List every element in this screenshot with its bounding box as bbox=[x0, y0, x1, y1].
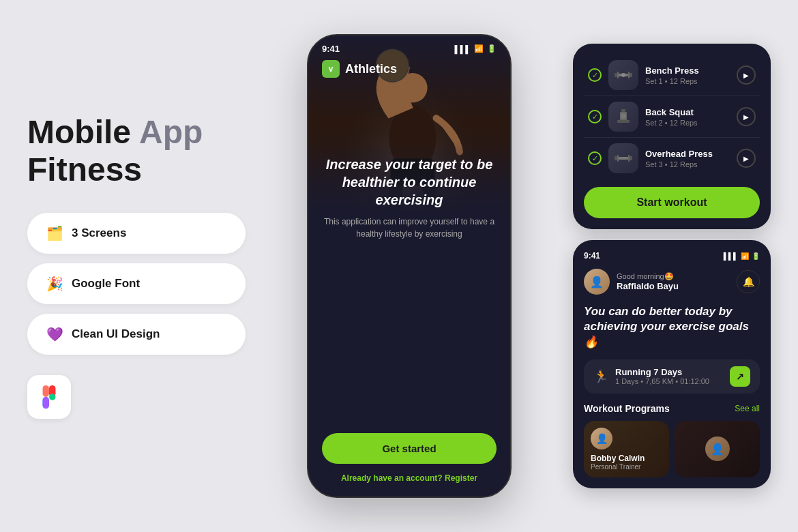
motivational-text: You can do better today by achieving you… bbox=[584, 304, 760, 349]
running-icon: 🏃 bbox=[593, 369, 608, 384]
svg-rect-18 bbox=[630, 73, 632, 77]
dash-signal-icon: ▌▌▌ bbox=[724, 252, 738, 260]
design-emoji: 💜 bbox=[46, 326, 63, 342]
phone-status-icons: ▌▌▌ 📶 🔋 bbox=[455, 44, 497, 53]
font-emoji: 🎉 bbox=[46, 276, 63, 292]
svg-rect-20 bbox=[621, 109, 625, 112]
check-icon-1: ✓ bbox=[588, 68, 602, 82]
trainer-row: 👤 Bobby Calwin Personal Trainer 👤 bbox=[584, 421, 760, 477]
phone-content-overlay: Increase your target to be healthier to … bbox=[308, 142, 510, 322]
login-text: Already have an account? Register bbox=[322, 473, 497, 483]
app-logo: v bbox=[322, 60, 340, 78]
wifi-icon: 📶 bbox=[474, 44, 484, 53]
dash-status-icons: ▌▌▌ 📶 🔋 bbox=[724, 252, 760, 260]
trainer-name: Bobby Calwin bbox=[591, 454, 662, 463]
running-meta: 1 Days • 7,65 KM • 01:12:00 bbox=[615, 377, 723, 385]
workout-meta-3: Set 3 • 12 Reps bbox=[645, 160, 730, 168]
svg-rect-15 bbox=[617, 72, 619, 78]
dash-battery-icon: 🔋 bbox=[752, 252, 760, 260]
hero-subtitle: This application can improve yourself to… bbox=[322, 216, 497, 240]
user-row: 👤 Good morning🤩 Raffialdo Bayu 🔔 bbox=[584, 269, 760, 295]
play-btn-3[interactable]: ▶ bbox=[737, 149, 756, 168]
play-btn-1[interactable]: ▶ bbox=[737, 65, 756, 85]
app-name: Athletics bbox=[345, 62, 397, 76]
title-fitness: Fitness bbox=[27, 151, 246, 188]
workout-info-2: Back Squat Set 2 • 12 Reps bbox=[645, 107, 730, 127]
play-btn-2[interactable]: ▶ bbox=[737, 107, 756, 126]
phone-time: 9:41 bbox=[322, 44, 340, 54]
svg-rect-4 bbox=[43, 397, 49, 409]
svg-rect-22 bbox=[617, 120, 630, 123]
trainer-card: 👤 Bobby Calwin Personal Trainer bbox=[584, 421, 669, 477]
workout-meta-1: Set 1 • 12 Reps bbox=[645, 77, 730, 85]
trainer-card-2: 👤 bbox=[675, 421, 760, 477]
register-link[interactable]: Register bbox=[445, 473, 477, 483]
svg-rect-28 bbox=[630, 156, 632, 160]
check-icon-3: ✓ bbox=[588, 151, 602, 165]
trainer-avatar-2: 👤 bbox=[705, 437, 730, 461]
see-all-link[interactable]: See all bbox=[735, 404, 760, 413]
notification-button[interactable]: 🔔 bbox=[737, 270, 760, 293]
svg-point-23 bbox=[621, 113, 626, 119]
check-icon-2: ✓ bbox=[588, 110, 602, 123]
battery-icon: 🔋 bbox=[487, 44, 497, 53]
user-avatar: 👤 bbox=[584, 269, 610, 295]
svg-rect-17 bbox=[628, 72, 630, 78]
running-title: Running 7 Days bbox=[615, 367, 723, 377]
workout-list: ✓ Bench Press S bbox=[584, 55, 760, 179]
feature-screens: 🗂️ 3 Screens bbox=[27, 213, 246, 254]
workout-info-1: Bench Press Set 1 • 12 Reps bbox=[645, 65, 730, 85]
feature-cards: 🗂️ 3 Screens 🎉 Google Font 💜 Clean UI De… bbox=[27, 213, 246, 355]
workout-item-1: ✓ Bench Press S bbox=[584, 55, 760, 96]
running-arrow-button[interactable]: ↗ bbox=[730, 366, 750, 387]
get-started-button[interactable]: Get started bbox=[322, 433, 497, 464]
user-name: Raffialdo Bayu bbox=[617, 281, 679, 291]
svg-rect-24 bbox=[615, 156, 617, 160]
title-mobile: Mobile bbox=[27, 113, 131, 151]
programs-header: Workout Programs See all bbox=[584, 403, 760, 414]
dashboard-card: 9:41 ▌▌▌ 📶 🔋 👤 Good morning🤩 Raffialdo B… bbox=[573, 240, 771, 488]
workout-thumb-3 bbox=[608, 143, 638, 173]
programs-title: Workout Programs bbox=[584, 403, 670, 414]
dash-wifi-icon: 📶 bbox=[741, 252, 749, 260]
workout-meta-2: Set 2 • 12 Reps bbox=[645, 119, 730, 127]
workout-name-3: Overhead Press bbox=[645, 149, 730, 159]
workout-name-1: Bench Press bbox=[645, 65, 730, 76]
workout-item-3: ✓ Overhead Press Set 3 • 12 bbox=[584, 138, 760, 179]
screens-label: 3 Screens bbox=[72, 226, 126, 240]
font-label: Google Font bbox=[72, 277, 140, 291]
svg-rect-0 bbox=[43, 385, 49, 397]
user-info: 👤 Good morning🤩 Raffialdo Bayu bbox=[584, 269, 679, 295]
svg-rect-14 bbox=[615, 73, 617, 77]
phone-hero-image: AM I SAME ME Increase your target to be … bbox=[308, 35, 510, 322]
right-column: ✓ Bench Press S bbox=[573, 44, 771, 488]
user-text: Good morning🤩 Raffialdo Bayu bbox=[617, 272, 679, 291]
feature-design: 💜 Clean UI Design bbox=[27, 314, 246, 355]
phone-header: v Athletics bbox=[308, 60, 510, 78]
workout-info-3: Overhead Press Set 3 • 12 Reps bbox=[645, 149, 730, 168]
svg-rect-26 bbox=[619, 157, 628, 160]
svg-rect-27 bbox=[628, 155, 630, 162]
trainer-role: Personal Trainer bbox=[591, 463, 662, 471]
title-block: Mobile App Fitness bbox=[27, 113, 246, 188]
workout-name-2: Back Squat bbox=[645, 107, 730, 117]
user-greeting: Good morning🤩 bbox=[617, 272, 679, 281]
start-workout-button[interactable]: Start workout bbox=[584, 187, 760, 218]
title-app: App bbox=[139, 113, 203, 151]
screens-emoji: 🗂️ bbox=[46, 225, 63, 241]
dash-time: 9:41 bbox=[584, 251, 600, 261]
svg-rect-25 bbox=[617, 155, 619, 162]
running-card: 🏃 Running 7 Days 1 Days • 7,65 KM • 01:1… bbox=[584, 359, 760, 394]
figma-badge bbox=[27, 375, 71, 419]
svg-point-19 bbox=[621, 73, 625, 77]
center-phone: 9:41 ▌▌▌ 📶 🔋 v Athletics bbox=[307, 34, 512, 498]
workout-card: ✓ Bench Press S bbox=[573, 44, 771, 229]
running-info: Running 7 Days 1 Days • 7,65 KM • 01:12:… bbox=[615, 367, 723, 385]
trainer-avatar: 👤 bbox=[591, 428, 612, 449]
design-label: Clean UI Design bbox=[72, 327, 160, 341]
figma-icon bbox=[37, 385, 61, 409]
workout-item-2: ✓ Back Squat Set 2 • 12 Reps bbox=[584, 96, 760, 138]
svg-point-3 bbox=[49, 394, 55, 400]
hero-title: Increase your target to be healthier to … bbox=[322, 156, 497, 209]
dash-status-bar: 9:41 ▌▌▌ 📶 🔋 bbox=[584, 251, 760, 261]
